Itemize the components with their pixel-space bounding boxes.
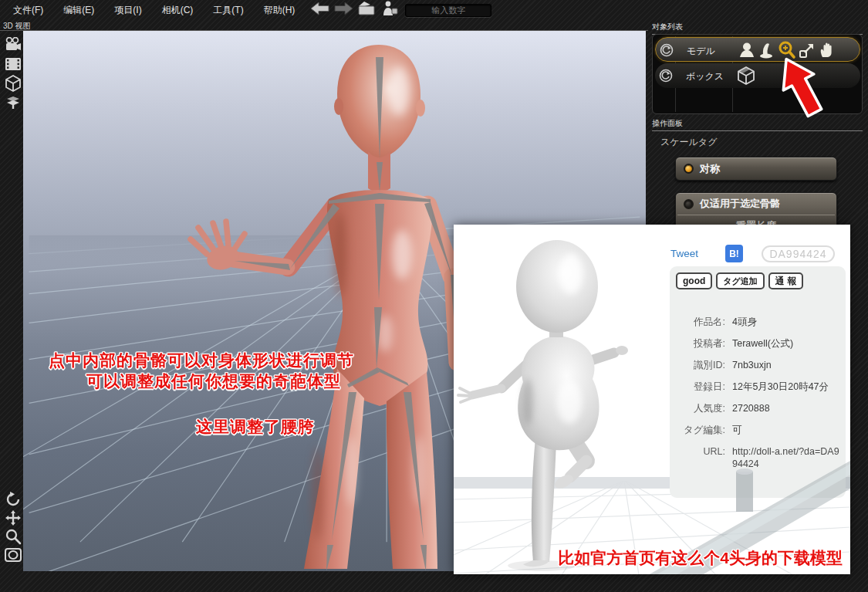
menu-file[interactable]: 文件(F) bbox=[6, 0, 50, 21]
info-row-author: 投稿者:Terawell(公式) bbox=[676, 337, 841, 350]
cube-icon[interactable] bbox=[2, 73, 24, 93]
radio-on-icon bbox=[684, 164, 694, 174]
report-button[interactable]: 通 報 bbox=[768, 272, 803, 289]
operation-panel-title: 操作面板 bbox=[652, 118, 863, 131]
popup-caption: 比如官方首页有这么个4头身的下载模型 bbox=[558, 547, 843, 569]
good-button[interactable]: good bbox=[676, 272, 712, 289]
info-row-id: 識別ID:7nb3uxjn bbox=[676, 359, 841, 371]
annotation-line-1: 点中内部的骨骼可以对身体形状进行调节 bbox=[49, 350, 354, 371]
radio-off-icon bbox=[684, 199, 694, 209]
rotate-view-icon[interactable] bbox=[2, 489, 24, 509]
hand-icon[interactable] bbox=[817, 40, 837, 60]
menu-tools[interactable]: 工具(T) bbox=[206, 0, 250, 21]
zoom-view-icon[interactable] bbox=[2, 526, 24, 546]
visibility-toggle-icon[interactable] bbox=[658, 68, 674, 83]
object-list-title: 对象列表 bbox=[652, 22, 863, 35]
symmetry-label: 对称 bbox=[700, 162, 720, 176]
group-divider bbox=[677, 215, 835, 215]
add-tag-button[interactable]: タグ追加 bbox=[716, 272, 765, 289]
model-info-rows: 作品名:4頭身 投稿者:Terawell(公式) 識別ID:7nb3uxjn 登… bbox=[676, 316, 841, 479]
symmetry-toggle-button[interactable]: 对称 bbox=[675, 157, 837, 181]
scale-tag-label: スケールタグ bbox=[660, 136, 717, 149]
info-row-tag-edit: タグ編集:可 bbox=[676, 424, 841, 436]
movie-camera-icon[interactable] bbox=[2, 35, 24, 55]
menu-edit[interactable]: 编辑(E) bbox=[56, 0, 101, 21]
pose-tool-icon[interactable] bbox=[757, 40, 777, 60]
box-cube-icon[interactable] bbox=[736, 66, 756, 86]
forward-arrow-icon[interactable] bbox=[333, 0, 354, 20]
model-id-field[interactable]: DA994424 bbox=[762, 245, 835, 262]
popup-action-buttons: good タグ追加 通 報 bbox=[676, 272, 803, 289]
download-model-popup: Tweet B! DA994424 good タグ追加 通 報 作品名:4頭身 … bbox=[454, 225, 850, 574]
back-arrow-icon[interactable] bbox=[309, 0, 330, 20]
selected-bones-toggle[interactable]: 仅适用于选定骨骼 bbox=[676, 193, 836, 215]
pose-icon[interactable] bbox=[380, 0, 399, 20]
viewport-layout-icon[interactable] bbox=[2, 93, 24, 113]
person-icon[interactable] bbox=[737, 40, 757, 60]
object-list: モデル ボックス bbox=[652, 34, 863, 114]
object-row-box[interactable]: ボックス bbox=[655, 63, 860, 88]
hatena-bookmark-button[interactable]: B! bbox=[725, 245, 743, 262]
filmstrip-icon[interactable] bbox=[2, 54, 24, 74]
annotation-line-3: 这里调整了腰胯 bbox=[196, 416, 315, 438]
transform-icon[interactable] bbox=[797, 40, 817, 60]
info-row-date: 登録日:12年5月30日20時47分 bbox=[676, 381, 841, 393]
screenshot-icon[interactable] bbox=[357, 0, 377, 20]
info-row-popularity: 人気度:2720888 bbox=[676, 402, 841, 414]
magnifier-icon[interactable] bbox=[777, 40, 797, 60]
frame-view-icon[interactable] bbox=[2, 545, 24, 565]
menu-camera[interactable]: 相机(C) bbox=[155, 0, 201, 21]
selected-bones-label: 仅适用于选定骨骼 bbox=[700, 197, 780, 211]
object-row-label: ボックス bbox=[686, 70, 724, 83]
menu-help[interactable]: 帮助(H) bbox=[257, 0, 302, 21]
visibility-toggle-icon[interactable] bbox=[659, 42, 674, 58]
object-row-label: モデル bbox=[687, 45, 715, 58]
menu-bar: 文件(F) 编辑(E) 项目(I) 相机(C) 工具(T) 帮助(H) bbox=[0, 0, 868, 20]
info-row-url: URL:http://doll-a.net/?da=DA994424 bbox=[676, 445, 841, 470]
annotation-line-2: 可以调整成任何你想要的奇葩体型 bbox=[86, 370, 341, 392]
info-row-title: 作品名:4頭身 bbox=[676, 316, 841, 328]
number-input[interactable] bbox=[405, 4, 491, 17]
tweet-link[interactable]: Tweet bbox=[670, 248, 698, 259]
menu-project[interactable]: 项目(I) bbox=[107, 0, 148, 21]
object-row-model[interactable]: モデル bbox=[655, 37, 860, 62]
pan-view-icon[interactable] bbox=[2, 508, 24, 528]
